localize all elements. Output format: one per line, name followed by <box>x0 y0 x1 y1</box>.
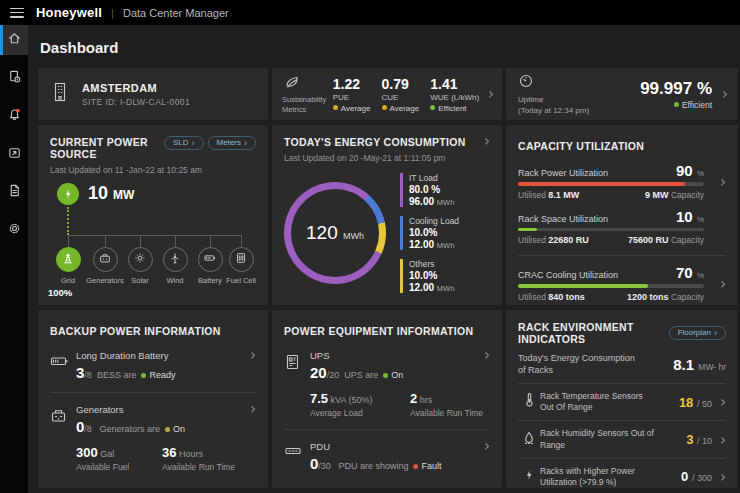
donut-center-value: 120 MWh <box>306 222 364 244</box>
total-power-bolt-icon <box>57 183 79 205</box>
capacity-rack-space: Rack Space Utilization 10 % Utilised 226… <box>518 209 726 246</box>
grid-tower-icon <box>61 251 75 269</box>
status-dot <box>141 373 146 378</box>
capacity-title: CAPACITY UTILIZATION <box>518 140 644 152</box>
uptime-gauge-icon <box>518 75 534 92</box>
metric-wue: 1.41 WUE (L/kWh) Efficient <box>430 76 486 113</box>
rack-env-title: RACK ENVIRONMENT INDICATORS <box>518 321 669 345</box>
sidebar-item-reports[interactable] <box>0 177 28 207</box>
floorplan-button[interactable]: Floorplan› <box>669 326 726 340</box>
app-name: Data Center Manager <box>123 7 229 19</box>
status-dot <box>333 105 338 110</box>
capacity-card: CAPACITY UTILIZATION Rack Power Utilizat… <box>506 125 738 305</box>
power-source-diagram: 10 MW Grid 100% Generators Solar <box>50 183 256 301</box>
rack-power-util-row: Racks with Higher Power Utilization (>79… <box>518 459 726 493</box>
legend-item-cooling-load: Cooling Load 10.0% 12.00 MWh <box>400 216 459 250</box>
status-dot <box>382 105 387 110</box>
rack-temperature-row: Rack Temperature Sensors Out Of Range 18… <box>518 384 726 420</box>
ups-chevron-icon[interactable]: › <box>484 350 490 360</box>
top-bar: Honeywell | Data Center Manager <box>0 0 740 25</box>
source-node-generators[interactable]: Generators <box>85 247 125 285</box>
crac-cooling-chevron-icon[interactable]: › <box>720 279 726 289</box>
branch-line <box>68 235 242 236</box>
report-document-icon <box>7 183 22 202</box>
power-source-card: CURRENT POWER SOURCE SLD› Meters› Last U… <box>38 125 268 305</box>
sidebar-item-floorplan[interactable] <box>0 139 28 169</box>
uptime-sub: (Today at 12:34 pm) <box>518 106 589 115</box>
settings-gear-icon <box>7 221 22 240</box>
ups-stats: 7.5 kVA (50%) Average Load 2 hrs Availab… <box>310 391 490 418</box>
menu-hamburger-icon[interactable] <box>10 8 24 18</box>
equipment-title: POWER EQUIPMENT INFORMATION <box>284 325 473 337</box>
uptime-value: 99.997 % <box>640 79 712 99</box>
status-dot <box>413 464 418 469</box>
legend-item-others: Others 10.0% 12.00 MWh <box>400 259 459 293</box>
source-node-wind[interactable]: Wind <box>155 247 195 285</box>
sustainability-card: Sustainability Metrics 1.22 PUE Average … <box>272 68 502 120</box>
wind-turbine-icon <box>168 251 182 269</box>
solar-sun-icon <box>133 251 147 269</box>
source-node-grid[interactable]: Grid 100% <box>48 247 88 298</box>
sidebar <box>0 25 28 493</box>
ups-row: UPS 20/20 UPS are On › <box>284 350 490 381</box>
leaf-icon <box>282 76 302 93</box>
active-feed-line <box>67 207 69 235</box>
page-title: Dashboard <box>40 39 738 56</box>
status-dot <box>165 427 170 432</box>
rack-environment-card: RACK ENVIRONMENT INDICATORS Floorplan› T… <box>506 310 738 488</box>
energy-updated: Last Updated on 20 -May-21 at 1:11:05 pm <box>284 153 490 163</box>
generator-icon <box>98 251 112 269</box>
floorplan-export-icon <box>7 145 22 164</box>
thermometer-icon <box>523 394 536 411</box>
rack-humidity-chevron-icon[interactable]: › <box>720 435 726 445</box>
rack-humidity-row: Rack Humidity Sensors Out of Range 3 / 1… <box>518 421 726 457</box>
asset-meter-icon <box>7 69 22 88</box>
power-source-updated: Last Updated on 11 -Jan-22 at 10:25 am <box>50 165 256 175</box>
sld-button[interactable]: SLD› <box>164 136 204 150</box>
main-content: Dashboard AMSTERDAM SITE ID: I-DLW-CAL-0… <box>28 25 740 493</box>
energy-title: TODAY'S ENERGY CONSUMPTION <box>284 136 466 148</box>
site-name: AMSTERDAM <box>82 82 190 94</box>
sidebar-item-alarms[interactable] <box>0 101 28 131</box>
rack-power-util-chevron-icon[interactable]: › <box>720 472 726 482</box>
rack-power-chevron-icon[interactable]: › <box>720 177 726 187</box>
source-node-solar[interactable]: Solar <box>120 247 160 285</box>
energy-chevron-icon[interactable]: › <box>484 136 490 148</box>
fuel-cell-icon <box>234 251 248 269</box>
pdu-row: PDU 0/30 PDU are showing Fault › <box>284 441 490 472</box>
total-power-value: 10 MW <box>88 183 134 204</box>
uptime-chevron-icon[interactable]: › <box>722 89 728 99</box>
backup-power-card: BACKUP POWER INFORMATION Long Duration B… <box>38 310 268 488</box>
sustainability-chevron-icon[interactable]: › <box>488 89 494 99</box>
sidebar-item-settings[interactable] <box>0 215 28 245</box>
pdu-chevron-icon[interactable]: › <box>484 441 490 451</box>
energy-consumption-card: TODAY'S ENERGY CONSUMPTION › Last Update… <box>272 125 502 305</box>
pdu-strip-icon <box>284 444 302 461</box>
site-id: SITE ID: I-DLW-CAL-0001 <box>82 97 190 107</box>
energy-donut-chart: 120 MWh <box>284 182 386 284</box>
generator-box-icon <box>50 410 67 427</box>
racks-energy-row: Today's Energy Consumption of Racks 8.1 … <box>518 353 726 376</box>
power-equipment-card: POWER EQUIPMENT INFORMATION UPS 20/20 UP… <box>272 310 502 488</box>
meters-button[interactable]: Meters› <box>208 136 256 150</box>
energy-legend: IT Load 80.0 % 96.00 MWh Cooling Load 10… <box>400 173 459 293</box>
uptime-card: Uptime (Today at 12:34 pm) 99.997 % Effi… <box>506 68 738 120</box>
ups-cabinet-icon <box>284 357 301 374</box>
status-dot <box>674 102 679 107</box>
brand-logo: Honeywell <box>36 5 102 20</box>
power-source-title: CURRENT POWER SOURCE <box>50 136 164 160</box>
rack-space-bar <box>518 228 537 232</box>
source-node-fuel-cell[interactable]: Fuel Cell <box>221 247 261 285</box>
battery-chevron-icon[interactable]: › <box>250 350 256 360</box>
sustainability-label: Sustainability Metrics <box>282 95 329 114</box>
sidebar-item-home[interactable] <box>0 25 28 55</box>
building-icon <box>50 81 82 107</box>
sidebar-item-assets[interactable] <box>0 63 28 93</box>
battery-icon <box>203 251 217 269</box>
capacity-rack-power: Rack Power Utilization 90 % Utilised 8.1… <box>518 163 726 200</box>
brand-separator: | <box>111 7 114 19</box>
generators-chevron-icon[interactable]: › <box>250 404 256 414</box>
uptime-label: Uptime <box>518 95 589 104</box>
rack-temperature-chevron-icon[interactable]: › <box>720 397 726 407</box>
crac-cooling-bar <box>518 284 648 288</box>
